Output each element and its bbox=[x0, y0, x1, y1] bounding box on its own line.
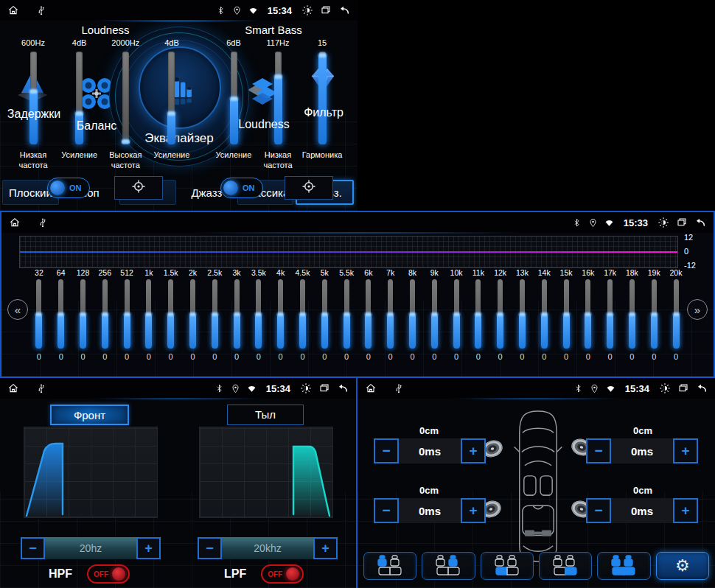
home-icon[interactable] bbox=[365, 382, 377, 394]
vertical-slider[interactable] bbox=[168, 52, 175, 144]
tab-front-speakers[interactable]: Фронт bbox=[50, 405, 129, 425]
band-slider[interactable] bbox=[322, 279, 327, 349]
delay-minus-button[interactable]: − bbox=[374, 438, 399, 463]
hpf-plus-button[interactable]: + bbox=[136, 537, 161, 559]
eq-band: 4k 0 bbox=[270, 268, 292, 361]
band-slider[interactable] bbox=[190, 279, 195, 349]
smartbass-reset-button[interactable] bbox=[285, 176, 333, 200]
vertical-slider[interactable] bbox=[30, 52, 37, 144]
delay-minus-button[interactable]: − bbox=[586, 498, 611, 523]
band-slider[interactable] bbox=[607, 279, 613, 349]
hpf-minus-button[interactable]: − bbox=[21, 537, 45, 559]
slider-value: 6dB bbox=[226, 38, 241, 50]
delay-plus-button[interactable]: + bbox=[461, 498, 486, 523]
band-slider[interactable] bbox=[366, 279, 371, 349]
brightness-icon[interactable] bbox=[301, 4, 313, 16]
hpf-off-toggle[interactable]: OFF bbox=[87, 564, 130, 584]
listening-position-button[interactable]: ⚙ bbox=[597, 552, 650, 580]
band-gain-value: 0 bbox=[629, 352, 634, 361]
recents-icon[interactable] bbox=[318, 382, 330, 394]
menu-item-delays[interactable]: Задержки bbox=[0, 108, 69, 121]
band-slider[interactable] bbox=[564, 279, 569, 349]
band-slider[interactable] bbox=[344, 279, 349, 349]
band-slider[interactable] bbox=[388, 279, 393, 349]
band-slider[interactable] bbox=[125, 279, 130, 349]
back-icon[interactable] bbox=[338, 4, 350, 16]
band-frequency-label: 1k bbox=[144, 268, 153, 277]
band-slider[interactable] bbox=[234, 279, 240, 349]
band-slider[interactable] bbox=[212, 279, 217, 349]
band-slider[interactable] bbox=[652, 279, 657, 349]
band-slider[interactable] bbox=[80, 279, 86, 349]
delay-plus-button[interactable]: + bbox=[673, 438, 698, 463]
eq-band: 32 0 bbox=[28, 268, 50, 361]
slider-fill bbox=[167, 113, 175, 144]
band-slider[interactable] bbox=[674, 279, 679, 349]
band-slider[interactable] bbox=[629, 279, 635, 349]
scroll-left-button[interactable]: « bbox=[7, 299, 28, 320]
band-slider[interactable] bbox=[475, 279, 481, 349]
band-slider[interactable] bbox=[585, 279, 590, 349]
loudness-slider-column: 4dB Усиление bbox=[58, 38, 101, 171]
back-icon[interactable] bbox=[696, 382, 708, 394]
listening-position-button[interactable]: ⚙ bbox=[539, 552, 592, 580]
band-slider[interactable] bbox=[300, 279, 305, 349]
lpf-off-toggle[interactable]: OFF bbox=[261, 564, 304, 584]
brightness-icon[interactable] bbox=[658, 217, 669, 228]
loudness-reset-button[interactable] bbox=[114, 176, 163, 200]
delay-minus-button[interactable]: − bbox=[374, 498, 399, 523]
band-slider[interactable] bbox=[410, 279, 415, 349]
band-slider-fill bbox=[585, 314, 591, 349]
lpf-plus-button[interactable]: + bbox=[313, 537, 338, 559]
listening-position-button[interactable]: ⚙ bbox=[481, 552, 534, 580]
menu-item-balance[interactable]: Баланс bbox=[63, 119, 130, 133]
scale-max: 12 bbox=[684, 233, 702, 242]
location-icon bbox=[588, 218, 598, 228]
band-slider[interactable] bbox=[520, 279, 525, 349]
band-slider[interactable] bbox=[58, 279, 63, 349]
menu-item-filter[interactable]: Фильтр bbox=[290, 106, 357, 119]
back-icon[interactable] bbox=[337, 382, 349, 394]
band-slider-fill bbox=[167, 314, 174, 349]
brightness-icon[interactable] bbox=[300, 382, 312, 394]
scroll-right-button[interactable]: » bbox=[687, 299, 708, 320]
recents-icon[interactable] bbox=[677, 382, 689, 394]
band-slider[interactable] bbox=[36, 279, 41, 349]
home-icon[interactable] bbox=[7, 4, 19, 16]
recents-icon[interactable] bbox=[676, 217, 688, 228]
brightness-icon[interactable] bbox=[659, 382, 671, 394]
eq-curve-line bbox=[20, 251, 677, 253]
recents-icon[interactable] bbox=[320, 4, 332, 16]
band-gain-value: 0 bbox=[586, 352, 590, 361]
listening-position-button[interactable]: ⚙ bbox=[656, 552, 709, 580]
vertical-slider[interactable] bbox=[319, 52, 326, 144]
band-slider[interactable] bbox=[256, 279, 261, 349]
home-icon[interactable] bbox=[7, 382, 19, 394]
menu-item-loudness[interactable]: Loudness bbox=[229, 118, 299, 131]
band-gain-value: 0 bbox=[476, 352, 481, 361]
slider-value: 600Hz bbox=[21, 38, 45, 50]
loudness-on-toggle[interactable]: ON bbox=[47, 178, 90, 198]
band-slider[interactable] bbox=[542, 279, 547, 349]
listening-position-button[interactable]: ⚙ bbox=[422, 552, 475, 580]
lpf-minus-button[interactable]: − bbox=[198, 537, 222, 559]
band-frequency-label: 64 bbox=[57, 268, 66, 277]
band-slider[interactable] bbox=[432, 279, 437, 349]
listening-position-button[interactable]: ⚙ bbox=[363, 552, 416, 580]
back-icon[interactable] bbox=[694, 217, 706, 228]
band-slider[interactable] bbox=[146, 279, 151, 349]
band-slider[interactable] bbox=[454, 279, 459, 349]
tab-rear-speakers[interactable]: Тыл bbox=[227, 405, 304, 425]
delay-plus-button[interactable]: + bbox=[461, 438, 486, 463]
band-slider[interactable] bbox=[168, 279, 173, 349]
band-slider[interactable] bbox=[278, 279, 283, 349]
band-slider[interactable] bbox=[102, 279, 108, 349]
home-icon[interactable] bbox=[9, 217, 21, 228]
delay-plus-button[interactable]: + bbox=[673, 498, 698, 523]
band-slider[interactable] bbox=[498, 279, 503, 349]
delay-minus-button[interactable]: − bbox=[586, 438, 611, 463]
delay-ms-value: 0ms bbox=[611, 498, 673, 523]
eq-band: 12k 0 bbox=[489, 268, 512, 361]
smartbass-on-toggle[interactable]: ON bbox=[220, 178, 263, 198]
lpf-switch-row: LPF OFF bbox=[224, 564, 304, 584]
